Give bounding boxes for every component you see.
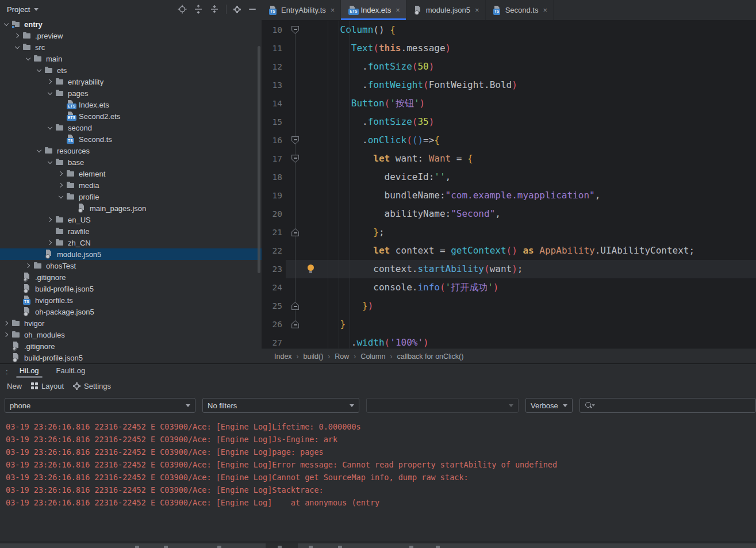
tree-item-index-ets[interactable]: ETSIndex.ets <box>0 99 262 110</box>
tree-item-module-json5[interactable]: module.json5 <box>0 248 262 260</box>
gear-icon[interactable] <box>233 6 241 13</box>
tab-faultlog[interactable]: FaultLog <box>55 366 87 378</box>
tree-item-en-us[interactable]: en_US <box>0 214 262 225</box>
tree-item-ohostest[interactable]: ohosTest <box>0 260 262 271</box>
filter-select[interactable]: No filters <box>202 398 359 413</box>
chevron-down-icon[interactable] <box>46 124 54 132</box>
taskbar-icon[interactable] <box>436 546 440 548</box>
taskbar-icon[interactable] <box>135 546 139 548</box>
tab-hilog[interactable]: HiLog <box>18 366 40 378</box>
settings-button[interactable]: Settings <box>71 382 113 390</box>
tree-item-profile[interactable]: profile <box>0 191 262 202</box>
tree-item-oh-package-json5[interactable]: oh-package.json5 <box>0 306 262 317</box>
fold-marker-icon[interactable] <box>291 320 299 328</box>
chevron-right-icon[interactable] <box>2 331 10 339</box>
tree-item-preview[interactable]: .preview <box>0 30 262 41</box>
tree-item-entry[interactable]: entry <box>0 18 262 30</box>
chevron-right-icon[interactable] <box>46 239 54 247</box>
tree-item-base[interactable]: base <box>0 156 262 168</box>
tree-item-oh-modules[interactable]: oh_modules <box>0 329 262 340</box>
breadcrumb-item-build[interactable]: build() <box>304 352 324 361</box>
chevron-right-icon[interactable] <box>13 32 21 40</box>
chevron-down-icon[interactable] <box>35 147 43 155</box>
tree-item-pages[interactable]: pages <box>0 87 262 99</box>
chevron-down-icon[interactable] <box>24 55 32 63</box>
project-selector[interactable]: Project <box>7 5 30 14</box>
search-input[interactable] <box>597 401 751 410</box>
chevron-right-icon[interactable] <box>46 216 54 224</box>
close-icon[interactable]: × <box>331 6 335 14</box>
taskbar-icon[interactable] <box>278 546 282 548</box>
taskbar-icon[interactable] <box>338 546 342 548</box>
tree-item-second-ts[interactable]: TSSecond.ts <box>0 133 262 145</box>
tree-item-entryability[interactable]: entryability <box>0 76 262 87</box>
chevron-right-icon[interactable] <box>57 170 65 178</box>
fold-marker-icon[interactable] <box>291 136 299 144</box>
breadcrumb-item-callback-for-onclick[interactable]: callback for onClick() <box>397 352 463 361</box>
tree-item-resources[interactable]: resources <box>0 145 262 156</box>
fold-marker-icon[interactable] <box>291 228 299 236</box>
code-line-10: 10 Column() { <box>262 21 756 39</box>
tree-item-element[interactable]: element <box>0 168 262 179</box>
tree-item-main[interactable]: main <box>0 53 262 64</box>
taskbar-icon[interactable] <box>164 546 168 548</box>
fold-marker-icon[interactable] <box>291 155 299 163</box>
chevron-spacer <box>68 204 76 212</box>
close-icon[interactable]: × <box>543 6 547 14</box>
chevron-down-icon[interactable] <box>46 89 54 97</box>
chevron-right-icon[interactable] <box>24 262 32 270</box>
chevron-right-icon[interactable] <box>57 181 65 189</box>
process-select[interactable] <box>366 398 519 413</box>
expand-all-icon[interactable] <box>194 5 203 14</box>
tree-item-hvigor[interactable]: hvigor <box>0 317 262 329</box>
close-icon[interactable]: × <box>396 6 400 14</box>
chevron-right-icon[interactable] <box>2 319 10 327</box>
tree-item-src[interactable]: src <box>0 41 262 53</box>
tree-item-rawfile[interactable]: rawfile <box>0 225 262 237</box>
tree-item-zh-cn[interactable]: zh_CN <box>0 237 262 248</box>
code-editor[interactable]: 10 Column() {11 Text(this.message)12 .fo… <box>262 21 756 348</box>
chevron-down-icon[interactable] <box>35 66 43 74</box>
log-filter-row: phone No filters Verbose <box>0 394 756 417</box>
chevron-right-icon[interactable] <box>46 78 54 86</box>
breadcrumb-item-column[interactable]: Column <box>360 352 385 361</box>
tree-item-main-pages-json[interactable]: main_pages.json <box>0 202 262 214</box>
fold-marker-icon[interactable] <box>291 302 299 310</box>
new-button[interactable]: New <box>5 382 24 390</box>
tree-item-second[interactable]: second <box>0 122 262 133</box>
log-search-field[interactable] <box>580 398 756 413</box>
tree-item-build-profile-json5[interactable]: build-profile.json5 <box>0 352 262 363</box>
tab-module-json5[interactable]: module.json5× <box>406 0 486 20</box>
chevron-down-icon[interactable] <box>34 8 39 11</box>
fold-marker-icon[interactable] <box>291 26 299 34</box>
tab-entryability-ts[interactable]: TSEntryAbility.ts× <box>262 0 341 20</box>
taskbar-icon[interactable] <box>409 546 413 548</box>
chevron-down-icon[interactable] <box>2 20 10 28</box>
tab-second-ts[interactable]: TSSecond.ts× <box>486 0 554 20</box>
close-icon[interactable]: × <box>475 6 479 14</box>
intention-bulb-icon[interactable] <box>308 265 314 271</box>
chevron-down-icon[interactable] <box>13 43 21 51</box>
chevron-down-icon[interactable] <box>46 158 54 166</box>
locate-icon[interactable] <box>178 5 187 14</box>
taskbar-icon[interactable] <box>217 546 221 548</box>
collapse-all-icon[interactable] <box>210 5 219 14</box>
tree-item-media[interactable]: media <box>0 179 262 191</box>
tree-scrollbar[interactable] <box>258 46 260 273</box>
tree-item-hvigorfile-ts[interactable]: TShvigorfile.ts <box>0 294 262 306</box>
chevron-down-icon[interactable] <box>57 193 65 201</box>
log-output[interactable]: 03-19 23:26:16.816 22316-22452 E C03900/… <box>0 417 756 541</box>
tree-item-gitignore[interactable]: .gitignore <box>0 271 262 283</box>
tree-item-second2-ets[interactable]: ETSSecond2.ets <box>0 110 262 122</box>
layout-button[interactable]: Layout <box>29 382 66 390</box>
taskbar-icon[interactable] <box>309 546 313 548</box>
tree-item-ets[interactable]: ets <box>0 64 262 76</box>
device-select[interactable]: phone <box>5 398 195 413</box>
log-level-select[interactable]: Verbose <box>525 398 573 413</box>
tab-index-ets[interactable]: ETSIndex.ets× <box>341 0 406 20</box>
hide-panel-icon[interactable] <box>248 5 257 14</box>
breadcrumb-item-index[interactable]: Index <box>274 352 292 361</box>
tree-item-build-profile-json5[interactable]: build-profile.json5 <box>0 283 262 294</box>
tree-item-gitignore[interactable]: .gitignore <box>0 340 262 352</box>
breadcrumb-item-row[interactable]: Row <box>335 352 349 361</box>
